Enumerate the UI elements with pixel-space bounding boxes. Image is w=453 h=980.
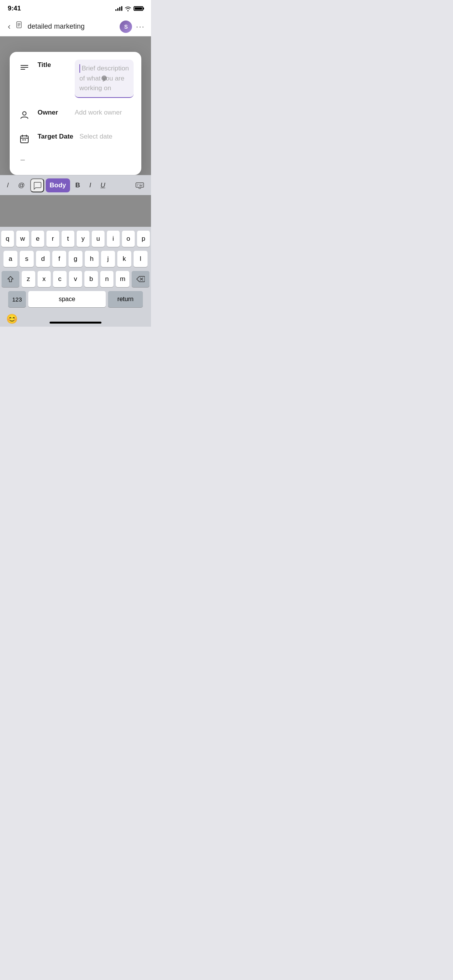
toolbar-bold-button[interactable]: B [72, 178, 84, 192]
toolbar-keyboard-button[interactable] [132, 178, 148, 192]
toolbar-underline-button[interactable]: U [97, 178, 109, 192]
shift-key[interactable] [2, 271, 19, 287]
owner-value[interactable]: Add work owner [75, 107, 134, 117]
svg-rect-8 [21, 136, 28, 143]
title-value[interactable]: Brief description of what you are workin… [75, 60, 134, 98]
battery-icon [134, 6, 143, 11]
key-p[interactable]: p [137, 231, 150, 247]
key-i[interactable]: i [107, 231, 120, 247]
date-value[interactable]: Select date [79, 131, 134, 140]
key-j[interactable]: j [101, 251, 115, 267]
title-input[interactable]: Brief description of what you are workin… [75, 60, 134, 98]
title-icon [17, 60, 31, 74]
toolbar-italic-button[interactable]: I [86, 178, 95, 192]
key-m[interactable]: m [116, 271, 129, 287]
backspace-key[interactable] [132, 271, 149, 287]
status-bar: 9:41 [0, 0, 151, 17]
date-icon [17, 132, 31, 146]
status-time: 9:41 [8, 5, 21, 12]
svg-rect-12 [22, 139, 24, 140]
key-e[interactable]: e [31, 231, 44, 247]
key-g[interactable]: g [69, 251, 82, 267]
modal-card: ✕ Title Brief description of what you ar… [10, 52, 141, 175]
modal-dash: – [21, 155, 134, 164]
signal-bars-icon [115, 6, 122, 11]
emoji-button[interactable]: 😊 [6, 314, 18, 324]
title-label: Title [38, 60, 69, 69]
nav-bar: ‹ detailed marketing S ··· [0, 17, 151, 36]
toolbar-body-button[interactable]: Body [46, 178, 70, 192]
key-a[interactable]: a [3, 251, 17, 267]
keyboard-row-4: 123 space return [2, 291, 149, 307]
toolbar-at-button[interactable]: @ [14, 178, 29, 192]
keyboard: q w e r t y u i o p a s d f g h j k l z … [0, 227, 151, 327]
space-key[interactable]: space [28, 291, 106, 307]
status-icons [115, 6, 143, 11]
more-button[interactable]: ··· [136, 22, 145, 31]
date-label: Target Date [38, 131, 73, 140]
svg-rect-13 [25, 139, 26, 140]
doc-icon [16, 21, 24, 32]
title-row: Title Brief description of what you are … [17, 60, 134, 98]
toolbar-slash-button[interactable]: / [3, 178, 13, 192]
number-key[interactable]: 123 [8, 291, 26, 307]
wifi-icon [125, 6, 131, 11]
key-d[interactable]: d [36, 251, 50, 267]
key-w[interactable]: w [16, 231, 29, 247]
owner-row: Owner Add work owner [17, 107, 134, 122]
key-o[interactable]: o [122, 231, 135, 247]
key-u[interactable]: u [92, 231, 105, 247]
owner-placeholder: Add work owner [75, 107, 134, 117]
key-n[interactable]: n [100, 271, 114, 287]
key-k[interactable]: k [117, 251, 131, 267]
key-x[interactable]: x [38, 271, 51, 287]
key-c[interactable]: c [53, 271, 67, 287]
toolbar-comment-button[interactable] [30, 178, 44, 192]
title-placeholder: Brief description of what you are workin… [79, 63, 129, 93]
home-indicator [50, 322, 101, 324]
keyboard-row-2: a s d f g h j k l [2, 251, 149, 267]
key-z[interactable]: z [22, 271, 35, 287]
key-y[interactable]: y [77, 231, 89, 247]
key-l[interactable]: l [134, 251, 148, 267]
keyboard-toolbar: / @ Body B I U [0, 175, 151, 195]
nav-avatar[interactable]: S [120, 21, 132, 33]
keyboard-row-1: q w e r t y u i o p [2, 231, 149, 247]
key-f[interactable]: f [52, 251, 66, 267]
date-row: Target Date Select date [17, 131, 134, 146]
key-v[interactable]: v [69, 271, 82, 287]
text-cursor [79, 64, 80, 73]
key-t[interactable]: t [62, 231, 74, 247]
svg-point-7 [23, 111, 26, 115]
key-q[interactable]: q [1, 231, 14, 247]
owner-icon [17, 108, 31, 122]
key-s[interactable]: s [20, 251, 34, 267]
svg-rect-14 [136, 183, 144, 187]
date-placeholder: Select date [79, 131, 134, 140]
keyboard-row-3: z x c v b n m [2, 271, 149, 287]
key-h[interactable]: h [85, 251, 99, 267]
key-r[interactable]: r [46, 231, 59, 247]
nav-title: detailed marketing [27, 22, 116, 31]
touch-indicator [101, 75, 107, 81]
owner-label: Owner [38, 107, 69, 117]
back-button[interactable]: ‹ [6, 20, 12, 33]
key-b[interactable]: b [84, 271, 98, 287]
return-key[interactable]: return [108, 291, 143, 307]
